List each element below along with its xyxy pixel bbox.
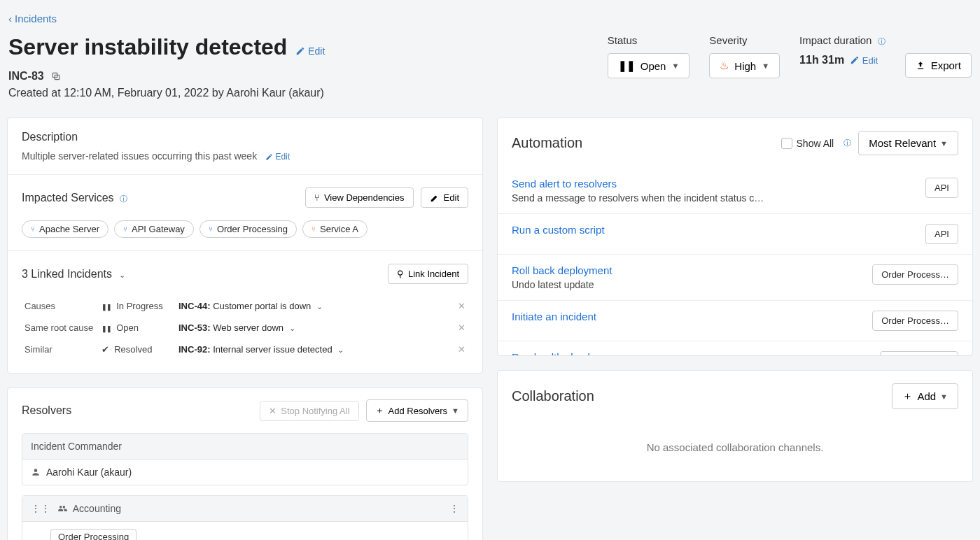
page-title: Server instability detected bbox=[8, 34, 287, 59]
unlink-icon[interactable]: ✕ bbox=[447, 339, 468, 360]
link-relation: Same root cause bbox=[22, 317, 99, 339]
collaboration-empty-state: No associated collaboration channels. bbox=[498, 422, 972, 481]
info-icon[interactable]: ⓘ bbox=[878, 37, 886, 45]
automation-tag[interactable]: Order Process… bbox=[872, 311, 958, 331]
resolver-service-chip[interactable]: Order Processing bbox=[50, 529, 136, 540]
automation-title[interactable]: Initiate an incident bbox=[512, 311, 596, 322]
view-dependencies-button[interactable]: ⑂ View Dependencies bbox=[305, 187, 414, 208]
automation-title[interactable]: Send alert to resolvers bbox=[512, 178, 764, 190]
pause-icon: ❚❚ bbox=[618, 59, 635, 72]
automation-tag[interactable]: Apache Server bbox=[880, 351, 958, 355]
automation-title[interactable]: Run health check bbox=[512, 351, 635, 355]
resolver-block: ⋮⋮ Accounting ⋮ Order Processing bbox=[22, 495, 468, 540]
sitemap-icon: ⑂ bbox=[123, 225, 127, 233]
user-icon bbox=[31, 467, 41, 478]
caret-down-icon: ▼ bbox=[451, 406, 459, 415]
copy-icon[interactable] bbox=[51, 71, 61, 82]
edit-title-link[interactable]: Edit bbox=[295, 45, 325, 57]
add-collaboration-button[interactable]: ＋ Add ▼ bbox=[892, 383, 958, 409]
automation-list[interactable]: Send alert to resolvers Send a message t… bbox=[498, 168, 972, 355]
pencil-icon bbox=[265, 153, 273, 161]
info-icon[interactable]: ⓘ bbox=[120, 194, 127, 203]
link-relation: Causes bbox=[22, 295, 99, 317]
edit-impact-link[interactable]: Edit bbox=[850, 55, 878, 66]
sitemap-icon: ⑂ bbox=[209, 225, 213, 233]
sitemap-icon: ⑂ bbox=[31, 225, 35, 233]
impact-duration-value: 11h 31m bbox=[799, 54, 844, 66]
link-title[interactable]: INC-53: Web server down ⌄ bbox=[176, 317, 447, 339]
automation-tag[interactable]: API bbox=[925, 178, 958, 198]
linked-incidents-table: Causes ❚❚ In Progress INC-44: Customer p… bbox=[22, 295, 468, 360]
service-chip[interactable]: ⑂Order Processing bbox=[200, 220, 297, 238]
caret-down-icon: ▼ bbox=[940, 392, 948, 401]
automation-item: Run health check Run health check on ser… bbox=[498, 341, 972, 355]
automation-sort-dropdown[interactable]: Most Relevant ▼ bbox=[858, 131, 958, 155]
edit-description-link[interactable]: Edit bbox=[265, 152, 290, 162]
unlink-icon[interactable]: ✕ bbox=[447, 295, 468, 317]
impacted-heading: Impacted Services ⓘ bbox=[22, 192, 127, 204]
plus-icon: ＋ bbox=[902, 390, 913, 403]
linked-incident-row: Similar ✔ Resolved INC-92: Internal serv… bbox=[22, 339, 468, 360]
link-icon: ⚲ bbox=[397, 269, 404, 279]
resolver-name: Aarohi Kaur (akaur) bbox=[46, 467, 132, 478]
breadcrumb-label: Incidents bbox=[15, 13, 57, 24]
stop-notifying-button: ✕ Stop Notifying All bbox=[260, 401, 358, 421]
automation-item: Roll back deployment Undo latest update … bbox=[498, 254, 972, 300]
automation-item: Send alert to resolvers Send a message t… bbox=[498, 168, 972, 213]
pencil-icon bbox=[430, 193, 440, 203]
status-dropdown[interactable]: ❚❚ Open ▼ bbox=[608, 53, 690, 78]
automation-tag[interactable]: API bbox=[925, 224, 958, 244]
resolver-role: Incident Commander bbox=[22, 434, 468, 460]
linked-incident-row: Causes ❚❚ In Progress INC-44: Customer p… bbox=[22, 295, 468, 317]
sitemap-icon: ⑂ bbox=[314, 192, 320, 203]
info-icon[interactable]: ⓘ bbox=[844, 138, 851, 148]
pencil-icon bbox=[850, 55, 860, 65]
export-icon bbox=[916, 61, 925, 71]
plus-icon: ＋ bbox=[375, 404, 384, 417]
service-chip[interactable]: ⑂API Gateway bbox=[114, 220, 194, 238]
flame-icon: ♨ bbox=[720, 59, 729, 72]
automation-description: Undo latest update bbox=[512, 279, 612, 290]
unlink-icon[interactable]: ✕ bbox=[447, 317, 468, 339]
link-status: ❚❚ In Progress bbox=[99, 295, 176, 317]
caret-down-icon: ▼ bbox=[762, 62, 769, 70]
drag-handle-icon[interactable]: ⋮⋮ bbox=[31, 503, 50, 514]
service-chip[interactable]: ⑂Service A bbox=[302, 220, 368, 238]
severity-dropdown[interactable]: ♨ High ▼ bbox=[709, 53, 780, 78]
severity-label: Severity bbox=[709, 34, 780, 46]
caret-down-icon: ▼ bbox=[940, 139, 948, 148]
automation-tag[interactable]: Order Process… bbox=[872, 264, 958, 285]
automation-description: Send a message to resolvers when the inc… bbox=[512, 192, 764, 204]
show-all-checkbox[interactable]: Show All bbox=[781, 138, 834, 149]
automation-item: Initiate an incident Order Process… bbox=[498, 300, 972, 341]
automation-heading: Automation bbox=[512, 135, 582, 151]
service-chip[interactable]: ⑂Apache Server bbox=[22, 220, 108, 238]
linked-incident-row: Same root cause ❚❚ Open INC-53: Web serv… bbox=[22, 317, 468, 339]
pencil-icon bbox=[295, 46, 305, 56]
automation-item: Run a custom script API bbox=[498, 213, 972, 254]
sitemap-icon: ⑂ bbox=[312, 225, 316, 233]
caret-down-icon: ▼ bbox=[671, 62, 679, 70]
edit-services-button[interactable]: Edit bbox=[421, 187, 468, 208]
linked-heading[interactable]: 3 Linked Incidents ⌄ bbox=[22, 268, 125, 280]
bell-off-icon: ✕ bbox=[269, 406, 276, 416]
breadcrumb-incidents[interactable]: ‹Incidents bbox=[7, 7, 973, 30]
incident-id: INC-83 bbox=[8, 70, 44, 82]
link-status: ✔ Resolved bbox=[99, 339, 176, 360]
description-text: Multiple server-related issues occurring… bbox=[22, 150, 257, 162]
link-title[interactable]: INC-92: Internal server issue detected ⌄ bbox=[176, 339, 447, 360]
impact-duration-label: Impact duration ⓘ bbox=[799, 34, 886, 47]
link-title[interactable]: INC-44: Customer portal is down ⌄ bbox=[176, 295, 447, 317]
export-button[interactable]: Export bbox=[905, 53, 972, 78]
automation-title[interactable]: Run a custom script bbox=[512, 224, 605, 236]
link-incident-button[interactable]: ⚲ Link Incident bbox=[388, 264, 468, 284]
kebab-menu-icon[interactable]: ⋮ bbox=[449, 503, 459, 514]
add-resolvers-button[interactable]: ＋ Add Resolvers ▼ bbox=[366, 399, 468, 422]
users-icon bbox=[57, 503, 70, 514]
chevron-left-icon: ‹ bbox=[8, 13, 12, 24]
automation-title[interactable]: Roll back deployment bbox=[512, 264, 612, 276]
services-list: ⑂Apache Server⑂API Gateway⑂Order Process… bbox=[22, 220, 468, 238]
link-relation: Similar bbox=[22, 339, 99, 360]
description-heading: Description bbox=[22, 131, 468, 143]
status-label: Status bbox=[608, 34, 690, 46]
